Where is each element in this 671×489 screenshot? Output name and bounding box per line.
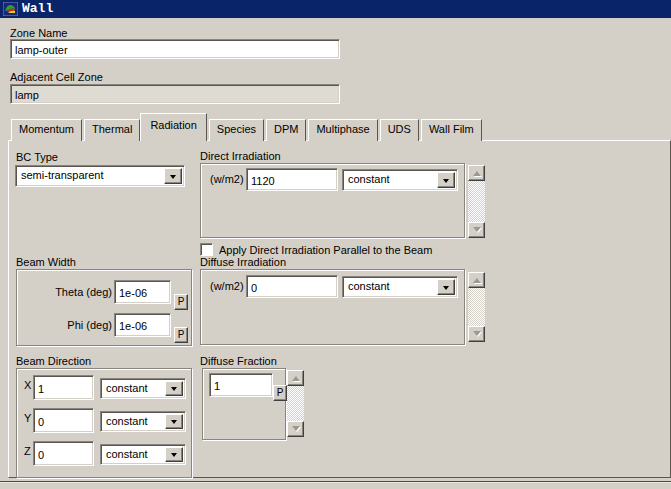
beam-y-label: Y xyxy=(24,412,31,424)
scroll-up-icon[interactable] xyxy=(468,165,485,181)
chevron-down-icon[interactable] xyxy=(165,414,183,429)
direct-irradiation-input[interactable] xyxy=(246,168,338,191)
tab-wall-film[interactable]: Wall Film xyxy=(421,119,482,141)
tab-uds[interactable]: UDS xyxy=(380,119,419,141)
titlebar: Wall xyxy=(0,0,671,18)
diffuse-irradiation-profile-value: constant xyxy=(343,277,435,297)
chevron-down-icon[interactable] xyxy=(437,172,455,188)
zone-name-label: Zone Name xyxy=(10,27,67,39)
direct-irradiation-title: Direct Irradiation xyxy=(200,150,281,162)
tab-radiation[interactable]: Radiation xyxy=(140,113,206,141)
diffuse-irradiation-unit-label: (w/m2) xyxy=(210,280,244,292)
fluent-logo-icon xyxy=(3,2,18,16)
beam-y-profile-value: constant xyxy=(101,412,163,431)
beam-direction-title: Beam Direction xyxy=(16,355,91,367)
diffuse-fraction-title: Diffuse Fraction xyxy=(200,355,277,367)
diffuse-fraction-profile-button[interactable]: P xyxy=(273,385,287,401)
beam-y-input[interactable] xyxy=(33,408,94,433)
bc-type-dropdown[interactable]: semi-transparent xyxy=(15,165,185,187)
apply-parallel-checkbox[interactable] xyxy=(200,243,213,256)
scroll-down-icon[interactable] xyxy=(287,421,304,437)
beam-x-label: X xyxy=(24,379,31,391)
zone-name-input[interactable] xyxy=(10,39,340,59)
bc-type-value: semi-transparent xyxy=(16,166,162,186)
beam-x-profile-dropdown[interactable]: constant xyxy=(100,378,186,399)
beam-y-profile-dropdown[interactable]: constant xyxy=(100,411,186,432)
tab-thermal[interactable]: Thermal xyxy=(84,119,140,141)
chevron-down-icon[interactable] xyxy=(165,447,183,462)
beam-width-title: Beam Width xyxy=(16,256,76,268)
tab-dpm[interactable]: DPM xyxy=(266,119,306,141)
tab-species[interactable]: Species xyxy=(209,119,264,141)
beam-z-label: Z xyxy=(24,445,31,457)
beam-z-input[interactable] xyxy=(33,441,94,466)
beam-z-profile-dropdown[interactable]: constant xyxy=(100,444,186,465)
theta-label: Theta (deg) xyxy=(30,286,112,298)
chevron-down-icon[interactable] xyxy=(165,381,183,396)
direct-irradiation-profile-dropdown[interactable]: constant xyxy=(342,169,458,191)
beam-z-profile-value: constant xyxy=(101,445,163,464)
phi-profile-button[interactable]: P xyxy=(174,327,188,343)
scroll-up-icon[interactable] xyxy=(287,370,304,386)
diffuse-irradiation-input[interactable] xyxy=(246,275,338,298)
diffuse-irradiation-profile-dropdown[interactable]: constant xyxy=(342,276,458,298)
phi-input[interactable] xyxy=(114,313,171,337)
tab-multiphase[interactable]: Multiphase xyxy=(308,119,377,141)
tab-momentum[interactable]: Momentum xyxy=(11,119,82,141)
scroll-down-icon[interactable] xyxy=(468,222,485,238)
diffuse-fraction-scrollbar[interactable] xyxy=(287,370,304,437)
diffuse-irradiation-title: Diffuse Irradiation xyxy=(200,256,286,268)
apply-parallel-label: Apply Direct Irradiation Parallel to the… xyxy=(219,244,432,256)
bc-type-label: BC Type xyxy=(16,151,58,163)
theta-input[interactable] xyxy=(114,280,171,304)
tab-bar: Momentum Thermal Radiation Species DPM M… xyxy=(11,119,484,141)
diffuse-fraction-input[interactable] xyxy=(209,373,273,397)
direct-irradiation-scrollbar[interactable] xyxy=(468,165,485,238)
theta-profile-button[interactable]: P xyxy=(174,294,188,310)
beam-x-input[interactable] xyxy=(33,375,94,400)
scroll-down-icon[interactable] xyxy=(468,326,485,342)
bottom-separator xyxy=(0,481,671,483)
adjacent-cell-zone-field xyxy=(10,84,340,104)
chevron-down-icon[interactable] xyxy=(164,168,182,184)
beam-x-profile-value: constant xyxy=(101,379,163,398)
scroll-up-icon[interactable] xyxy=(468,272,485,288)
direct-irradiation-profile-value: constant xyxy=(343,170,435,190)
diffuse-irradiation-scrollbar[interactable] xyxy=(468,272,485,342)
window-title: Wall xyxy=(22,0,53,18)
direct-irradiation-unit-label: (w/m2) xyxy=(210,173,244,185)
phi-label: Phi (deg) xyxy=(30,319,112,331)
adjacent-cell-zone-label: Adjacent Cell Zone xyxy=(10,71,103,83)
chevron-down-icon[interactable] xyxy=(437,279,455,295)
